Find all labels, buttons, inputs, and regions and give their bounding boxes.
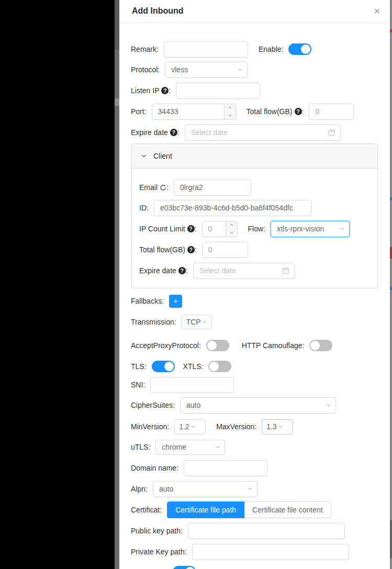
total-flow-input[interactable] bbox=[309, 104, 354, 120]
stepper-up-icon[interactable] bbox=[226, 221, 237, 229]
client-total-flow-input[interactable] bbox=[202, 242, 248, 258]
public-key-path-input[interactable] bbox=[188, 523, 345, 539]
left-scrollbar[interactable] bbox=[115, 0, 119, 569]
domain-name-label: Domain name bbox=[131, 464, 176, 472]
client-panel-header[interactable]: Client bbox=[132, 144, 377, 169]
port-label: Port bbox=[131, 107, 144, 116]
calendar-icon bbox=[328, 129, 335, 136]
help-icon[interactable]: ? bbox=[170, 129, 177, 136]
colon: : bbox=[160, 506, 162, 514]
help-icon[interactable]: ? bbox=[187, 246, 195, 253]
colon: : bbox=[201, 362, 204, 371]
left-scrollbar-segment bbox=[115, 98, 119, 106]
chevron-down-icon bbox=[141, 153, 147, 159]
right-scrollbar-thumb[interactable] bbox=[390, 520, 392, 558]
transmission-label: Transmission bbox=[131, 318, 174, 326]
help-icon[interactable]: ? bbox=[161, 87, 169, 94]
help-icon[interactable]: ? bbox=[187, 225, 195, 232]
ip-count-limit-label: IP Count Limit bbox=[139, 225, 185, 233]
colon: : bbox=[254, 422, 256, 431]
colon: : bbox=[174, 318, 176, 326]
listen-ip-input[interactable] bbox=[176, 83, 260, 99]
accept-proxy-protocol-label: AcceptProxyProtocol bbox=[131, 341, 199, 350]
remark-input[interactable] bbox=[164, 41, 248, 58]
scrollbar-mark-blue bbox=[390, 197, 392, 200]
utls-label: uTLS bbox=[131, 443, 148, 451]
chevron-down-icon bbox=[278, 424, 283, 429]
stepper-down-icon[interactable] bbox=[225, 111, 236, 119]
add-fallback-button[interactable]: + bbox=[169, 295, 182, 308]
client-total-flow-label: Total flow(GB) bbox=[139, 246, 185, 254]
colon: : bbox=[186, 266, 188, 275]
sni-label: SNI bbox=[131, 381, 143, 389]
alpn-select[interactable]: auto bbox=[153, 481, 257, 497]
http-camouflage-toggle[interactable] bbox=[309, 340, 332, 351]
colon: : bbox=[199, 341, 201, 350]
modal-backdrop[interactable] bbox=[0, 0, 115, 569]
xtls-label: XTLS bbox=[183, 362, 201, 371]
max-version-select[interactable]: 1.3 bbox=[262, 419, 293, 434]
chevron-down-icon bbox=[215, 444, 220, 450]
colon: : bbox=[263, 225, 265, 233]
domain-name-input[interactable] bbox=[184, 460, 267, 476]
certificate-file-path-option[interactable]: Certificate file path bbox=[167, 501, 244, 518]
cipher-suites-select[interactable]: auto bbox=[180, 397, 336, 414]
min-version-select[interactable]: 1.2 bbox=[174, 419, 206, 434]
xtls-toggle[interactable] bbox=[208, 361, 231, 372]
enable-toggle[interactable] bbox=[288, 43, 311, 55]
colon: : bbox=[144, 107, 147, 116]
ip-count-limit-stepper[interactable] bbox=[202, 221, 238, 237]
utls-select-value: chrome bbox=[162, 443, 186, 451]
stepper-handles[interactable] bbox=[224, 104, 236, 119]
refresh-icon[interactable] bbox=[160, 184, 166, 191]
tls-label: TLS bbox=[131, 362, 144, 371]
tls-toggle[interactable] bbox=[152, 361, 175, 372]
chevron-down-icon bbox=[191, 424, 196, 429]
colon: : bbox=[195, 246, 197, 254]
close-icon[interactable]: ✕ bbox=[374, 6, 380, 17]
colon: : bbox=[195, 225, 197, 233]
client-expire-date-picker[interactable]: Select date bbox=[193, 263, 295, 279]
colon: : bbox=[282, 45, 284, 53]
colon: : bbox=[166, 183, 169, 192]
certificate-file-content-option[interactable]: Certificate file content bbox=[244, 501, 331, 518]
accept-proxy-protocol-toggle[interactable] bbox=[206, 340, 229, 351]
chevron-down-icon bbox=[202, 319, 207, 325]
right-scrollbar[interactable] bbox=[390, 0, 392, 569]
plus-icon: + bbox=[173, 297, 177, 305]
flow-select[interactable]: xtls-rprx-vision bbox=[271, 221, 350, 237]
email-input[interactable] bbox=[174, 180, 251, 196]
flow-label: Flow bbox=[248, 225, 264, 233]
listen-ip-label: Listen IP bbox=[131, 86, 159, 95]
scrollbar-mark-red bbox=[390, 247, 392, 259]
sni-input[interactable] bbox=[150, 377, 234, 393]
date-placeholder: Select date bbox=[191, 128, 228, 137]
stepper-up-icon[interactable] bbox=[225, 104, 236, 112]
port-input[interactable] bbox=[152, 104, 236, 120]
utls-select[interactable]: chrome bbox=[155, 440, 225, 455]
cipher-suites-label: CipherSuites bbox=[131, 401, 173, 409]
id-input[interactable] bbox=[154, 200, 311, 216]
stepper-down-icon[interactable] bbox=[226, 229, 237, 237]
transmission-select[interactable]: TCP bbox=[182, 315, 212, 329]
port-stepper[interactable] bbox=[152, 104, 236, 120]
expire-date-picker[interactable]: Select date bbox=[185, 125, 341, 141]
expire-date-label: Expire date bbox=[131, 128, 168, 137]
transmission-select-value: TCP bbox=[186, 318, 201, 326]
colon: : bbox=[144, 362, 147, 371]
bottom-toggle-partial[interactable] bbox=[173, 566, 196, 569]
stepper-handles[interactable] bbox=[226, 221, 237, 237]
add-inbound-modal: Add Inbound ✕ Remark: Enable: Protocol: … bbox=[119, 0, 390, 569]
chevron-down-icon bbox=[326, 403, 331, 408]
help-icon[interactable]: ? bbox=[178, 267, 186, 274]
enable-label: Enable bbox=[259, 45, 282, 53]
help-icon[interactable]: ? bbox=[295, 108, 302, 115]
chevron-down-icon bbox=[248, 486, 253, 492]
certificate-mode-group: Certificate file path Certificate file c… bbox=[167, 501, 331, 518]
private-key-path-input[interactable] bbox=[192, 544, 349, 560]
colon: : bbox=[303, 341, 305, 350]
protocol-select[interactable]: vless bbox=[165, 62, 248, 78]
left-scrollbar-thumb[interactable] bbox=[115, 0, 119, 50]
min-version-label: MinVersion bbox=[131, 422, 167, 431]
colon: : bbox=[169, 86, 171, 95]
